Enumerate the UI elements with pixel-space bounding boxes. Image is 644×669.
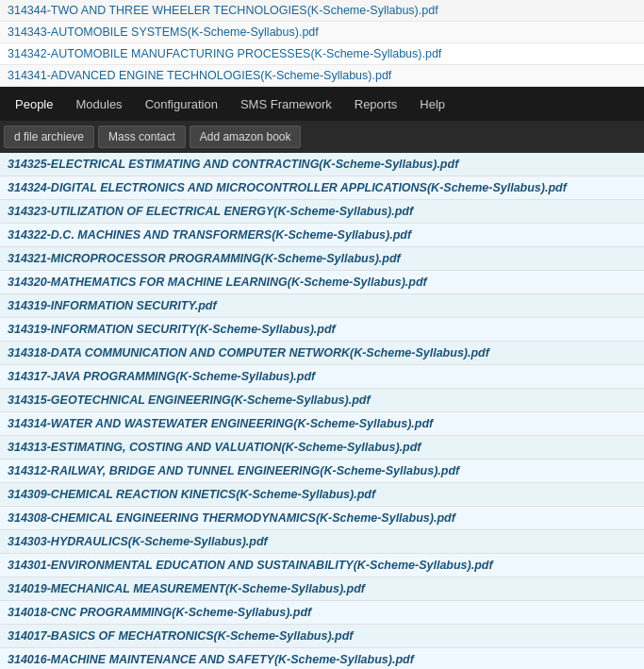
nav-item-help[interactable]: Help [408, 87, 456, 121]
main-file-item[interactable]: 314315-GEOTECHNICAL ENGINEERING(K-Scheme… [0, 389, 644, 412]
nav-item-reports[interactable]: Reports [343, 87, 409, 121]
nav-item-sms-framework[interactable]: SMS Framework [229, 87, 343, 121]
toolbar: d file archieveMass contactAdd amazon bo… [0, 121, 644, 153]
main-file-item[interactable]: 314303-HYDRAULICS(K-Scheme-Syllabus).pdf [0, 530, 644, 554]
pre-nav-file-item[interactable]: 314341-ADVANCED ENGINE TECHNOLOGIES(K-Sc… [0, 65, 644, 87]
pre-nav-file-item[interactable]: 314344-TWO AND THREE WHEELER TECHNOLOGIE… [0, 0, 644, 22]
main-file-item[interactable]: 314321-MICROPROCESSOR PROGRAMMING(K-Sche… [0, 247, 644, 271]
nav-item-people[interactable]: People [4, 87, 64, 121]
main-file-item[interactable]: 314314-WATER AND WASTEWATER ENGINEERING(… [0, 412, 644, 436]
main-file-item[interactable]: 314322-D.C. MACHINES AND TRANSFORMERS(K-… [0, 224, 644, 247]
main-file-item[interactable]: 314318-DATA COMMUNICATION AND COMPUTER N… [0, 342, 644, 365]
toolbar-btn-add-amazon-book[interactable]: Add amazon book [190, 125, 302, 148]
main-file-list: 314325-ELECTRICAL ESTIMATING AND CONTRAC… [0, 153, 644, 669]
main-file-item[interactable]: 314019-MECHANICAL MEASUREMENT(K-Scheme-S… [0, 577, 644, 601]
main-file-item[interactable]: 314320-MATHEMATICS FOR MACHINE LEARNING(… [0, 271, 644, 294]
toolbar-btn-mass-contact[interactable]: Mass contact [98, 125, 186, 148]
main-file-item[interactable]: 314018-CNC PROGRAMMING(K-Scheme-Syllabus… [0, 601, 644, 625]
main-file-item[interactable]: 314017-BASICS OF MECHATRONICS(K-Scheme-S… [0, 625, 644, 648]
main-file-item[interactable]: 314301-ENVIRONMENTAL EDUCATION AND SUSTA… [0, 554, 644, 577]
main-file-item[interactable]: 314312-RAILWAY, BRIDGE AND TUNNEL ENGINE… [0, 460, 644, 483]
main-file-item[interactable]: 314317-JAVA PROGRAMMING(K-Scheme-Syllabu… [0, 365, 644, 389]
main-file-item[interactable]: 314016-MACHINE MAINTENANCE AND SAFETY(K-… [0, 648, 644, 669]
main-file-item[interactable]: 314323-UTILIZATION OF ELECTRICAL ENERGY(… [0, 200, 644, 224]
pre-nav-file-item[interactable]: 314343-AUTOMOBILE SYSTEMS(K-Scheme-Sylla… [0, 22, 644, 43]
toolbar-btn-d-file-archieve[interactable]: d file archieve [4, 125, 94, 148]
main-file-item[interactable]: 314319-INFORMATION SECURITY(K-Scheme-Syl… [0, 318, 644, 342]
main-file-item[interactable]: 314308-CHEMICAL ENGINEERING THERMODYNAMI… [0, 507, 644, 530]
pre-nav-file-item[interactable]: 314342-AUTOMOBILE MANUFACTURING PROCESSE… [0, 43, 644, 65]
nav-item-modules[interactable]: Modules [64, 87, 133, 121]
navbar: PeopleModulesConfigurationSMS FrameworkR… [0, 87, 644, 121]
main-file-item[interactable]: 314324-DIGITAL ELECTRONICS AND MICROCONT… [0, 176, 644, 200]
main-file-item[interactable]: 314325-ELECTRICAL ESTIMATING AND CONTRAC… [0, 153, 644, 176]
pre-nav-file-list: 314344-TWO AND THREE WHEELER TECHNOLOGIE… [0, 0, 644, 87]
main-file-item[interactable]: 314319-INFORMATION SECURITY.pdf [0, 294, 644, 318]
nav-item-configuration[interactable]: Configuration [134, 87, 229, 121]
main-file-item[interactable]: 314309-CHEMICAL REACTION KINETICS(K-Sche… [0, 483, 644, 507]
main-file-item[interactable]: 314313-ESTIMATING, COSTING AND VALUATION… [0, 436, 644, 460]
